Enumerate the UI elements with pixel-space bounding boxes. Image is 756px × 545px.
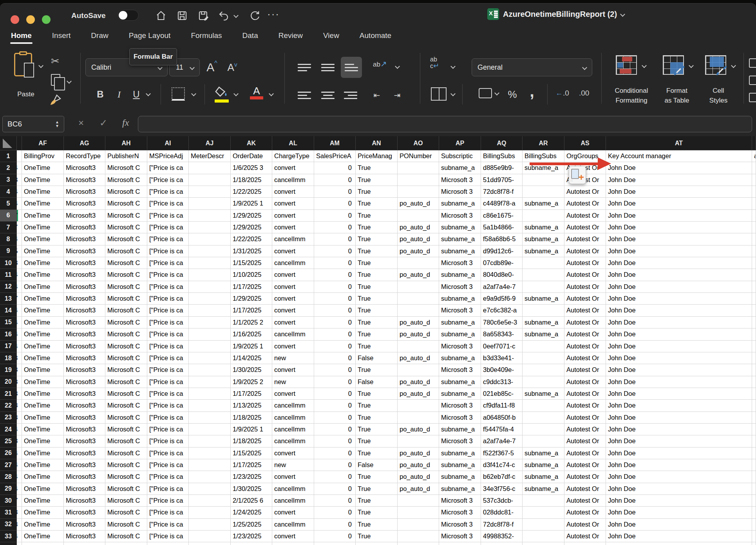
cell-AK2[interactable]: 1/6/2025 3 [231,162,272,174]
cell-AH22[interactable]: Microsoft C [105,400,147,411]
tab-draw[interactable]: Draw [90,27,109,44]
name-box-spinner-icon[interactable]: ▲▼ [55,120,59,128]
cell-AI9[interactable]: ["Price is ca [147,245,189,257]
cell-AM15[interactable]: 0 [314,317,356,328]
cell-AN26[interactable]: True [356,448,398,459]
cell-AM5[interactable]: 0 [314,198,356,209]
cell-AF1[interactable]: BillingProv [22,150,64,162]
cell-AF11[interactable]: OneTime [22,269,64,281]
cell-AI14[interactable]: ["Price is ca [147,305,189,316]
cell-AR9[interactable]: subname_a [523,245,564,257]
cell-AM3[interactable]: 0 [314,174,356,186]
cell-AO9[interactable]: po_auto_d [398,245,439,257]
cell-partial[interactable] [752,542,756,545]
cell-AL23[interactable]: cancelImm [272,412,314,424]
cell-AL12[interactable]: convert [272,281,314,293]
cell-AL13[interactable]: convert [272,293,314,305]
cell-AR13[interactable]: subname_a [523,293,564,305]
cell-AO20[interactable]: po_auto_d [398,376,439,388]
cell-AG16[interactable]: Microsoft3 [64,328,105,340]
cell-AR12[interactable] [523,281,564,293]
cell-AF20[interactable]: OneTime [22,376,64,388]
undo-icon[interactable] [218,10,230,22]
tab-automate[interactable]: Automate [359,27,392,44]
underline-chevron-icon[interactable] [146,91,151,96]
undo-dropdown-chevron-icon[interactable] [233,13,239,18]
cell-AI18[interactable]: ["Price is ca [147,352,189,364]
cell-AK32[interactable]: 1/25/2025 [231,519,272,531]
home-icon[interactable] [155,10,167,22]
align-top-icon[interactable] [295,58,314,77]
column-header-AR[interactable]: AR [523,136,564,150]
column-header-partial[interactable] [752,136,756,150]
cell-AG20[interactable]: Microsoft3 [64,376,105,388]
cell-AO23[interactable] [398,412,439,424]
cell-AF19[interactable]: OneTime [22,364,64,376]
cell-AG17[interactable]: Microsoft3 [64,341,105,352]
cell-partial[interactable] [752,328,756,340]
cell-AP18[interactable]: subname_a [439,352,481,364]
cell-AK25[interactable]: 1/18/2025 [231,435,272,447]
cell-AR21[interactable]: subname_a [523,388,564,400]
cell-AL34[interactable]: convert [272,542,314,545]
cell-partial[interactable] [752,257,756,269]
cell-AF17[interactable]: OneTime [22,341,64,352]
cell-AK17[interactable]: 1/9/2025 1 [231,341,272,352]
cell-partial[interactable] [752,376,756,388]
cell-AH6[interactable]: Microsoft C [105,210,147,222]
cell-AS5[interactable]: Autotest Or [564,198,606,209]
cell-AQ25[interactable]: a2af7a4e-7 [481,435,523,447]
row-header-29[interactable]: 29 [0,483,17,495]
cell-AN6[interactable]: True [356,210,398,222]
cell-AI19[interactable]: ["Price is ca [147,364,189,376]
cell-partial[interactable] [752,317,756,328]
column-header-AG[interactable]: AG [64,136,105,150]
cell-AP24[interactable]: subname_a [439,424,481,435]
wrap-text-chevron-icon[interactable] [450,64,456,69]
cell-AL16[interactable]: cancelImm [272,328,314,340]
cell-partial[interactable] [752,198,756,209]
cell-AP22[interactable]: Microsoft 3 [439,400,481,411]
cell-AK3[interactable]: 1/18/2025 [231,174,272,186]
cell-AH27[interactable]: Microsoft C [105,459,147,471]
cell-AJ30[interactable] [189,495,231,507]
cell-AO4[interactable] [398,186,439,198]
cell-AT8[interactable]: John Doe [606,233,752,245]
insert-function-icon[interactable]: fx [122,117,129,128]
cell-AQ17[interactable]: 0eef7071-c [481,341,523,352]
cell-AO25[interactable] [398,435,439,447]
cell-AP12[interactable]: Microsoft 3 [439,281,481,293]
cell-AN34[interactable]: False [356,542,398,545]
more-commands-icon[interactable]: ··· [267,8,280,20]
paste-options-button[interactable]: + ∷ [569,166,586,184]
cell-AF9[interactable]: OneTime [22,245,64,257]
cell-AN23[interactable]: True [356,412,398,424]
cell-AH17[interactable]: Microsoft C [105,341,147,352]
cell-AP30[interactable]: Microsoft 3 [439,495,481,507]
row-header-18[interactable]: 18 [0,352,17,364]
cell-AF16[interactable]: OneTime [22,328,64,340]
cell-AJ24[interactable] [189,424,231,435]
cell-AS12[interactable]: Autotest Or [564,281,606,293]
cell-AM16[interactable]: 0 [314,328,356,340]
cell-AQ22[interactable]: cf9dfa11-f8 [481,400,523,411]
wrap-text-icon[interactable]: abc↵ [430,56,439,69]
cell-AF10[interactable]: OneTime [22,257,64,269]
cell-AF2[interactable]: OneTime [22,162,64,174]
cell-AF13[interactable]: OneTime [22,293,64,305]
cell-AK27[interactable]: 1/17/2025 [231,459,272,471]
column-header-AF[interactable]: AF [22,136,64,150]
cell-AO3[interactable] [398,174,439,186]
cell-AG3[interactable]: Microsoft3 [64,174,105,186]
cell-AG15[interactable]: Microsoft3 [64,317,105,328]
insert-cells-partial-icon[interactable] [749,58,756,68]
cell-AN14[interactable]: True [356,305,398,316]
cell-AQ15[interactable]: 780c6e5e-3 [481,317,523,328]
cell-AT2[interactable]: John Doe [606,162,752,174]
cell-AO5[interactable]: po_auto_d [398,198,439,209]
cell-AT7[interactable]: John Doe [606,222,752,233]
cell-AO30[interactable] [398,495,439,507]
cell-AO24[interactable]: po_auto_d [398,424,439,435]
cell-partial[interactable] [752,519,756,531]
cell-AR26[interactable]: subname_a [523,448,564,459]
